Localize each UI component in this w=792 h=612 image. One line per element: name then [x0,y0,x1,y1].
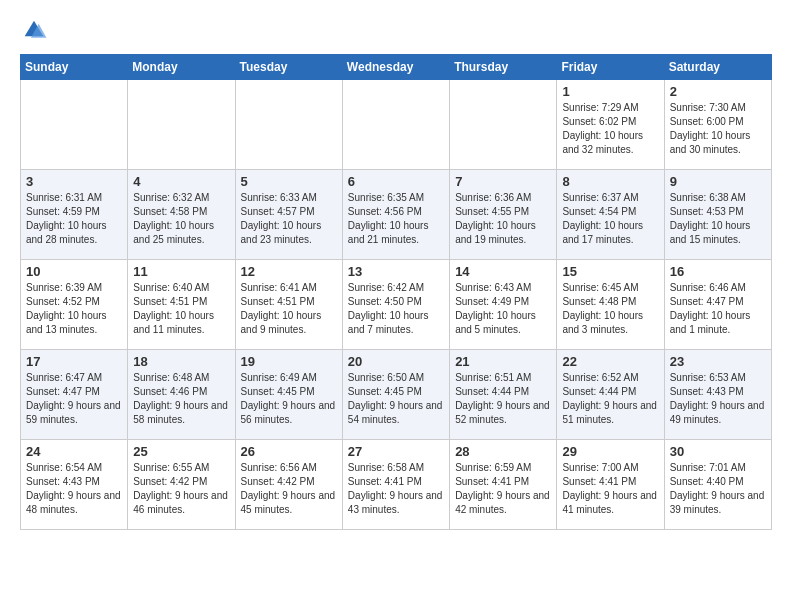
day-cell: 26Sunrise: 6:56 AMSunset: 4:42 PMDayligh… [235,440,342,530]
day-info: Sunrise: 6:43 AMSunset: 4:49 PMDaylight:… [455,281,551,337]
day-cell: 25Sunrise: 6:55 AMSunset: 4:42 PMDayligh… [128,440,235,530]
day-info: Sunrise: 6:41 AMSunset: 4:51 PMDaylight:… [241,281,337,337]
week-row-1: 1Sunrise: 7:29 AMSunset: 6:02 PMDaylight… [21,80,772,170]
day-cell: 14Sunrise: 6:43 AMSunset: 4:49 PMDayligh… [450,260,557,350]
day-cell: 12Sunrise: 6:41 AMSunset: 4:51 PMDayligh… [235,260,342,350]
day-info: Sunrise: 6:58 AMSunset: 4:41 PMDaylight:… [348,461,444,517]
day-cell: 2Sunrise: 7:30 AMSunset: 6:00 PMDaylight… [664,80,771,170]
header-cell-thursday: Thursday [450,55,557,80]
day-info: Sunrise: 7:29 AMSunset: 6:02 PMDaylight:… [562,101,658,157]
day-info: Sunrise: 6:37 AMSunset: 4:54 PMDaylight:… [562,191,658,247]
day-cell: 10Sunrise: 6:39 AMSunset: 4:52 PMDayligh… [21,260,128,350]
day-number: 20 [348,354,444,369]
day-cell: 4Sunrise: 6:32 AMSunset: 4:58 PMDaylight… [128,170,235,260]
day-info: Sunrise: 6:36 AMSunset: 4:55 PMDaylight:… [455,191,551,247]
day-cell: 5Sunrise: 6:33 AMSunset: 4:57 PMDaylight… [235,170,342,260]
day-info: Sunrise: 6:48 AMSunset: 4:46 PMDaylight:… [133,371,229,427]
day-number: 24 [26,444,122,459]
day-cell: 16Sunrise: 6:46 AMSunset: 4:47 PMDayligh… [664,260,771,350]
day-info: Sunrise: 6:32 AMSunset: 4:58 PMDaylight:… [133,191,229,247]
day-number: 28 [455,444,551,459]
day-info: Sunrise: 6:49 AMSunset: 4:45 PMDaylight:… [241,371,337,427]
day-cell: 6Sunrise: 6:35 AMSunset: 4:56 PMDaylight… [342,170,449,260]
header-cell-sunday: Sunday [21,55,128,80]
day-info: Sunrise: 6:50 AMSunset: 4:45 PMDaylight:… [348,371,444,427]
day-cell: 22Sunrise: 6:52 AMSunset: 4:44 PMDayligh… [557,350,664,440]
day-info: Sunrise: 6:31 AMSunset: 4:59 PMDaylight:… [26,191,122,247]
day-cell: 20Sunrise: 6:50 AMSunset: 4:45 PMDayligh… [342,350,449,440]
header [20,16,772,44]
day-number: 13 [348,264,444,279]
day-cell: 18Sunrise: 6:48 AMSunset: 4:46 PMDayligh… [128,350,235,440]
logo-icon [20,16,48,44]
header-cell-monday: Monday [128,55,235,80]
day-cell: 13Sunrise: 6:42 AMSunset: 4:50 PMDayligh… [342,260,449,350]
day-cell [235,80,342,170]
day-number: 17 [26,354,122,369]
day-cell [342,80,449,170]
day-info: Sunrise: 6:53 AMSunset: 4:43 PMDaylight:… [670,371,766,427]
day-info: Sunrise: 7:01 AMSunset: 4:40 PMDaylight:… [670,461,766,517]
day-cell [21,80,128,170]
day-number: 6 [348,174,444,189]
page: SundayMondayTuesdayWednesdayThursdayFrid… [0,0,792,546]
day-info: Sunrise: 6:38 AMSunset: 4:53 PMDaylight:… [670,191,766,247]
week-row-3: 10Sunrise: 6:39 AMSunset: 4:52 PMDayligh… [21,260,772,350]
day-cell [450,80,557,170]
day-info: Sunrise: 6:59 AMSunset: 4:41 PMDaylight:… [455,461,551,517]
day-cell [128,80,235,170]
day-cell: 28Sunrise: 6:59 AMSunset: 4:41 PMDayligh… [450,440,557,530]
day-number: 12 [241,264,337,279]
day-cell: 19Sunrise: 6:49 AMSunset: 4:45 PMDayligh… [235,350,342,440]
day-number: 11 [133,264,229,279]
day-number: 27 [348,444,444,459]
day-info: Sunrise: 7:00 AMSunset: 4:41 PMDaylight:… [562,461,658,517]
day-number: 30 [670,444,766,459]
day-info: Sunrise: 6:51 AMSunset: 4:44 PMDaylight:… [455,371,551,427]
day-number: 26 [241,444,337,459]
day-info: Sunrise: 6:45 AMSunset: 4:48 PMDaylight:… [562,281,658,337]
day-number: 21 [455,354,551,369]
week-row-5: 24Sunrise: 6:54 AMSunset: 4:43 PMDayligh… [21,440,772,530]
day-info: Sunrise: 6:33 AMSunset: 4:57 PMDaylight:… [241,191,337,247]
header-row: SundayMondayTuesdayWednesdayThursdayFrid… [21,55,772,80]
day-cell: 11Sunrise: 6:40 AMSunset: 4:51 PMDayligh… [128,260,235,350]
week-row-2: 3Sunrise: 6:31 AMSunset: 4:59 PMDaylight… [21,170,772,260]
day-cell: 15Sunrise: 6:45 AMSunset: 4:48 PMDayligh… [557,260,664,350]
day-info: Sunrise: 7:30 AMSunset: 6:00 PMDaylight:… [670,101,766,157]
day-number: 7 [455,174,551,189]
day-number: 29 [562,444,658,459]
header-cell-wednesday: Wednesday [342,55,449,80]
day-cell: 17Sunrise: 6:47 AMSunset: 4:47 PMDayligh… [21,350,128,440]
day-info: Sunrise: 6:39 AMSunset: 4:52 PMDaylight:… [26,281,122,337]
day-cell: 23Sunrise: 6:53 AMSunset: 4:43 PMDayligh… [664,350,771,440]
day-number: 16 [670,264,766,279]
day-cell: 8Sunrise: 6:37 AMSunset: 4:54 PMDaylight… [557,170,664,260]
day-cell: 30Sunrise: 7:01 AMSunset: 4:40 PMDayligh… [664,440,771,530]
day-number: 5 [241,174,337,189]
day-cell: 21Sunrise: 6:51 AMSunset: 4:44 PMDayligh… [450,350,557,440]
day-number: 22 [562,354,658,369]
day-cell: 1Sunrise: 7:29 AMSunset: 6:02 PMDaylight… [557,80,664,170]
header-cell-saturday: Saturday [664,55,771,80]
day-number: 1 [562,84,658,99]
day-number: 15 [562,264,658,279]
day-number: 2 [670,84,766,99]
day-info: Sunrise: 6:35 AMSunset: 4:56 PMDaylight:… [348,191,444,247]
day-cell: 27Sunrise: 6:58 AMSunset: 4:41 PMDayligh… [342,440,449,530]
day-number: 23 [670,354,766,369]
calendar-table: SundayMondayTuesdayWednesdayThursdayFrid… [20,54,772,530]
header-cell-tuesday: Tuesday [235,55,342,80]
day-cell: 3Sunrise: 6:31 AMSunset: 4:59 PMDaylight… [21,170,128,260]
day-cell: 9Sunrise: 6:38 AMSunset: 4:53 PMDaylight… [664,170,771,260]
week-row-4: 17Sunrise: 6:47 AMSunset: 4:47 PMDayligh… [21,350,772,440]
logo [20,16,52,44]
day-number: 18 [133,354,229,369]
day-number: 8 [562,174,658,189]
header-cell-friday: Friday [557,55,664,80]
day-number: 3 [26,174,122,189]
day-info: Sunrise: 6:42 AMSunset: 4:50 PMDaylight:… [348,281,444,337]
day-number: 4 [133,174,229,189]
day-info: Sunrise: 6:40 AMSunset: 4:51 PMDaylight:… [133,281,229,337]
day-info: Sunrise: 6:52 AMSunset: 4:44 PMDaylight:… [562,371,658,427]
